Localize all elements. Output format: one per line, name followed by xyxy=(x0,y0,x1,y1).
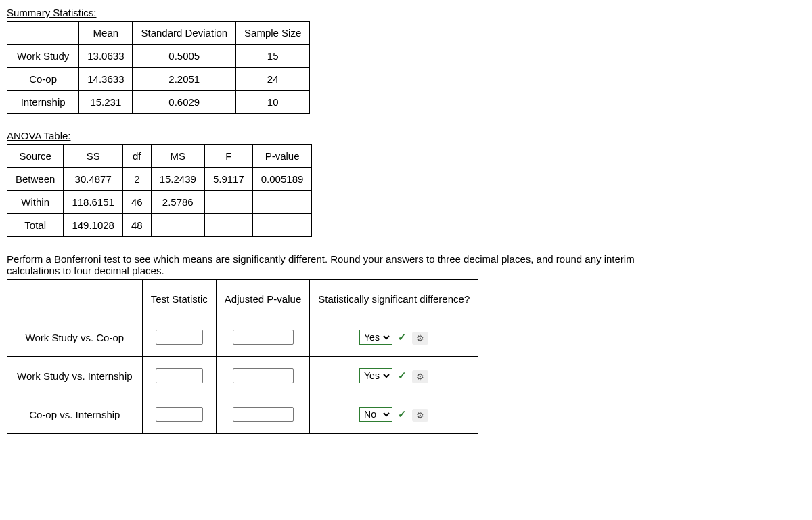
cell-ms: 2.5786 xyxy=(151,191,204,214)
adjusted-p-input[interactable] xyxy=(233,330,294,345)
summary-title: Summary Statistics: xyxy=(7,7,805,18)
cell-source: Within xyxy=(7,191,64,214)
header-sd: Standard Deviation xyxy=(133,22,236,45)
cell-mean: 15.231 xyxy=(79,91,133,114)
check-icon: ✓ xyxy=(398,331,407,343)
header-mean: Mean xyxy=(79,22,133,45)
gear-icon[interactable]: ⚙ xyxy=(412,409,428,422)
cell-p: 0.005189 xyxy=(252,168,312,191)
row-label: Work Study vs. Internship xyxy=(7,357,143,395)
header-n: Sample Size xyxy=(236,22,310,45)
anova-table: Source SS df MS F P-value Between 30.487… xyxy=(7,144,312,237)
cell-source: Total xyxy=(7,214,64,237)
cell-sd: 0.5005 xyxy=(133,45,236,68)
adjusted-p-input[interactable] xyxy=(233,368,294,383)
row-label: Co-op xyxy=(7,68,79,91)
significance-select[interactable]: No Yes xyxy=(359,407,392,422)
cell-p xyxy=(252,214,312,237)
bonferroni-instruction: Perform a Bonferroni test to see which m… xyxy=(7,253,683,276)
check-icon: ✓ xyxy=(398,408,407,420)
test-statistic-input[interactable] xyxy=(156,407,203,422)
cell-f: 5.9117 xyxy=(204,168,252,191)
cell-f xyxy=(204,191,252,214)
row-label: Co-op vs. Internship xyxy=(7,395,143,434)
anova-title: ANOVA Table: xyxy=(7,130,805,142)
test-statistic-input[interactable] xyxy=(156,368,203,383)
row-label: Work Study xyxy=(7,45,79,68)
cell-df: 48 xyxy=(122,214,151,237)
significance-select[interactable]: Yes No xyxy=(359,368,392,383)
adjusted-p-input[interactable] xyxy=(233,407,294,422)
summary-table: Mean Standard Deviation Sample Size Work… xyxy=(7,21,310,114)
cell-mean: 14.3633 xyxy=(79,68,133,91)
cell-ss: 118.6151 xyxy=(64,191,123,214)
test-statistic-input[interactable] xyxy=(156,330,203,345)
header-adj: Adjusted P-value xyxy=(216,280,309,318)
header-f: F xyxy=(204,145,252,168)
empty-header xyxy=(7,22,79,45)
significance-select[interactable]: Yes No xyxy=(359,330,392,345)
check-icon: ✓ xyxy=(398,370,407,381)
cell-n: 24 xyxy=(236,68,310,91)
cell-df: 46 xyxy=(122,191,151,214)
header-ts: Test Statistic xyxy=(142,280,216,318)
header-sig: Statistically significant difference? xyxy=(310,280,478,318)
empty-header xyxy=(7,280,143,318)
row-label: Work Study vs. Co-op xyxy=(7,318,143,357)
row-label: Internship xyxy=(7,91,79,114)
header-p: P-value xyxy=(252,145,312,168)
cell-n: 10 xyxy=(236,91,310,114)
cell-df: 2 xyxy=(122,168,151,191)
header-ms: MS xyxy=(151,145,204,168)
cell-ms xyxy=(151,214,204,237)
header-source: Source xyxy=(7,145,64,168)
cell-sd: 2.2051 xyxy=(133,68,236,91)
cell-ss: 149.1028 xyxy=(64,214,123,237)
gear-icon[interactable]: ⚙ xyxy=(412,370,428,383)
gear-icon[interactable]: ⚙ xyxy=(412,332,428,345)
cell-ss: 30.4877 xyxy=(64,168,123,191)
cell-n: 15 xyxy=(236,45,310,68)
header-df: df xyxy=(122,145,151,168)
bonferroni-table: Test Statistic Adjusted P-value Statisti… xyxy=(7,279,478,434)
cell-sd: 0.6029 xyxy=(133,91,236,114)
header-ss: SS xyxy=(64,145,123,168)
cell-f xyxy=(204,214,252,237)
cell-mean: 13.0633 xyxy=(79,45,133,68)
cell-p xyxy=(252,191,312,214)
cell-source: Between xyxy=(7,168,64,191)
cell-ms: 15.2439 xyxy=(151,168,204,191)
